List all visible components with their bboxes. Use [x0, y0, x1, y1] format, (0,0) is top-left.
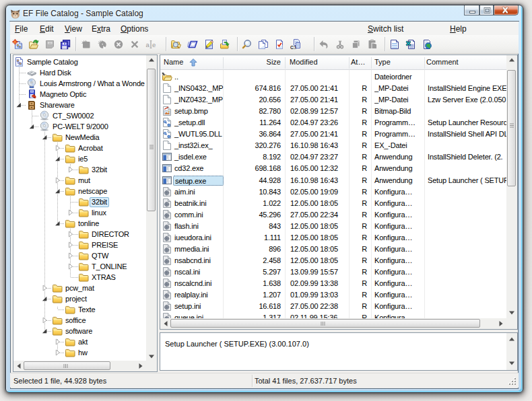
svg-text:C:\: C:\ [290, 45, 296, 50]
svg-text:e: e [152, 41, 156, 48]
svg-text:a: a [146, 41, 150, 48]
